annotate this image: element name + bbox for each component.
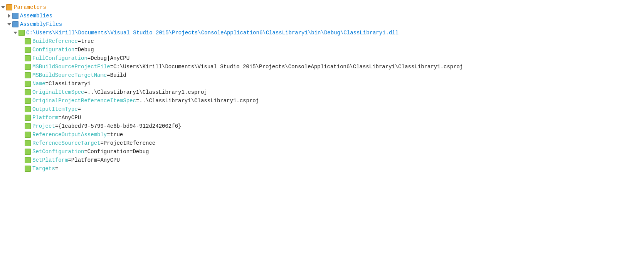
property-value: ..\ClassLibrary1\ClassLibrary1.csproj: [87, 89, 207, 95]
property-value: Configuration=Debug: [87, 149, 149, 155]
property-name: Targets: [32, 166, 55, 172]
node-icon: [12, 13, 18, 19]
property-separator: =: [78, 38, 81, 44]
tree-row: SetPlatform = Platform=AnyCPU: [0, 156, 644, 164]
property-separator: =: [87, 55, 91, 61]
property-value: Debug|AnyCPU: [91, 55, 129, 61]
property-name: Configuration: [32, 47, 74, 53]
node-icon: [25, 123, 31, 129]
expand-button[interactable]: [6, 21, 12, 27]
expand-button: [18, 132, 25, 138]
expanded-arrow-icon: [13, 32, 17, 34]
node-label: Assemblies: [20, 13, 52, 19]
tree-row: ReferenceSourceTarget = ProjectReference: [0, 139, 644, 147]
tree-row: Configuration = Debug: [0, 46, 644, 54]
node-icon: [25, 140, 31, 146]
node-icon: [25, 55, 31, 61]
property-value: Debug: [78, 47, 94, 53]
expand-button: [18, 157, 25, 163]
property-separator: =: [74, 47, 77, 53]
property-name: OriginalProjectReferenceItemSpec: [32, 98, 136, 104]
property-name: SetPlatform: [32, 157, 68, 163]
node-icon: [12, 21, 18, 27]
tree-row: OriginalProjectReferenceItemSpec = ..\Cl…: [0, 96, 644, 105]
node-icon: [6, 4, 12, 10]
property-name: FullConfiguration: [32, 55, 87, 61]
tree-row: BuildReference = true: [0, 37, 644, 46]
tree-row: Name = ClassLibrary1: [0, 80, 644, 88]
tree-row: Platform = AnyCPU: [0, 113, 644, 122]
property-value: Platform=AnyCPU: [71, 157, 120, 163]
expand-button: [18, 106, 25, 112]
tree-row: Assemblies: [0, 12, 644, 20]
property-name: ReferenceSourceTarget: [32, 140, 100, 146]
property-name: Project: [32, 123, 55, 129]
property-separator: =: [84, 89, 87, 95]
collapsed-arrow-icon: [8, 14, 10, 18]
node-path-label: C:\Users\Kirill\Documents\Visual Studio …: [26, 30, 399, 36]
tree-row: Parameters: [0, 3, 644, 12]
expand-button: [18, 98, 25, 104]
expand-button: [18, 55, 25, 61]
property-value: ..\ClassLibrary1\ClassLibrary1.csproj: [139, 98, 259, 104]
expand-button[interactable]: [12, 30, 18, 36]
expand-button: [18, 123, 25, 129]
expand-button: [18, 64, 25, 70]
expand-button: [18, 38, 25, 44]
property-value: C:\Users\Kirill\Documents\Visual Studio …: [113, 64, 463, 70]
tree-row: AssemblyFiles: [0, 20, 644, 29]
property-separator: =: [107, 132, 110, 138]
property-name: Name: [32, 81, 45, 87]
property-separator: =: [78, 106, 81, 112]
node-icon: [25, 38, 31, 44]
property-name: OriginalItemSpec: [32, 89, 84, 95]
tree-row: FullConfiguration = Debug|AnyCPU: [0, 54, 644, 63]
property-separator: =: [68, 157, 71, 163]
expand-button: [18, 140, 25, 146]
expanded-arrow-icon: [1, 6, 5, 8]
property-separator: =: [55, 166, 58, 172]
tree-row: ReferenceOutputAssembly = true: [0, 130, 644, 139]
tree-row: MSBuildSourceProjectFile = C:\Users\Kiri…: [0, 63, 644, 71]
property-separator: =: [84, 149, 87, 155]
property-value: ProjectReference: [104, 140, 155, 146]
tree-row: SetConfiguration = Configuration=Debug: [0, 147, 644, 156]
node-label: Parameters: [14, 4, 46, 10]
node-icon: [25, 106, 31, 112]
tree-container: ParametersAssembliesAssemblyFilesC:\User…: [0, 0, 644, 176]
property-value: Build: [110, 72, 126, 78]
property-value: {1eabed79-5799-4e6b-bd94-912d242002f6}: [58, 123, 181, 129]
property-value: true: [110, 132, 123, 138]
expanded-arrow-icon: [7, 23, 11, 25]
tree-row: MSBuildSourceTargetName = Build: [0, 71, 644, 80]
property-value: ClassLibrary1: [49, 81, 91, 87]
tree-row: Project = {1eabed79-5799-4e6b-bd94-912d2…: [0, 122, 644, 130]
node-icon: [25, 98, 31, 104]
property-separator: =: [107, 72, 110, 78]
property-name: MSBuildSourceTargetName: [32, 72, 107, 78]
expand-button: [18, 89, 25, 95]
property-name: MSBuildSourceProjectFile: [32, 64, 110, 70]
property-separator: =: [110, 64, 113, 70]
property-separator: =: [100, 140, 103, 146]
node-icon: [18, 30, 25, 36]
expand-button[interactable]: [0, 4, 6, 10]
node-icon: [25, 115, 31, 121]
expand-button: [18, 166, 25, 172]
property-separator: =: [136, 98, 139, 104]
tree-row: OriginalItemSpec = ..\ClassLibrary1\Clas…: [0, 88, 644, 96]
node-icon: [25, 72, 31, 78]
property-name: SetConfiguration: [32, 149, 84, 155]
node-icon: [25, 132, 31, 138]
property-value: true: [81, 38, 94, 44]
expand-button: [18, 81, 25, 87]
node-icon: [25, 166, 31, 172]
node-label: AssemblyFiles: [20, 21, 62, 27]
node-icon: [25, 47, 31, 53]
expand-button[interactable]: [6, 13, 12, 19]
property-name: OutputItemType: [32, 106, 78, 112]
tree-row: OutputItemType =: [0, 105, 644, 113]
property-separator: =: [45, 81, 49, 87]
expand-button: [18, 115, 25, 121]
expand-button: [18, 72, 25, 78]
